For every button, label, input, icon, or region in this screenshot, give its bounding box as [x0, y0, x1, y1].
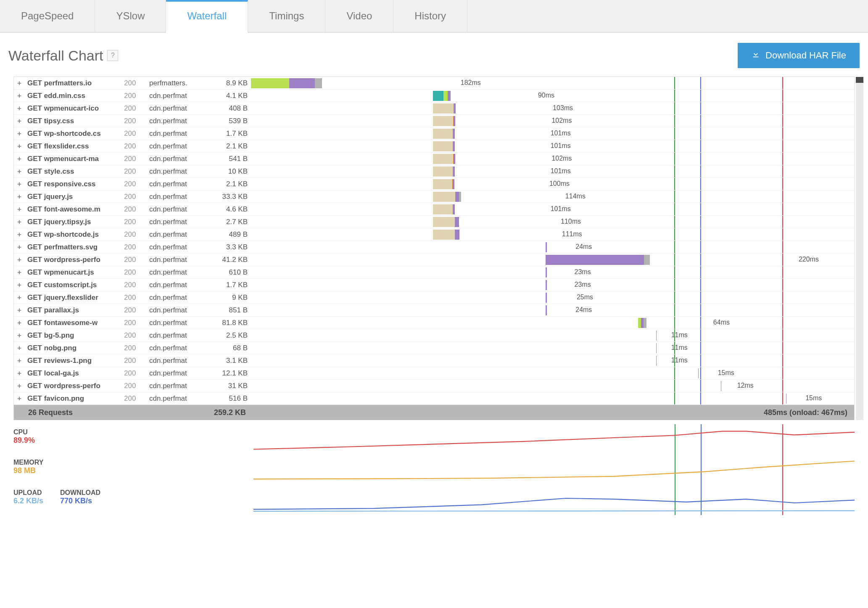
duration-label: 101ms	[551, 205, 571, 213]
request-bar: 101ms	[251, 165, 854, 177]
duration-label: 111ms	[562, 230, 582, 238]
request-status: 200	[121, 266, 146, 278]
request-status: 200	[121, 367, 146, 379]
request-host: cdn.perfmat	[146, 203, 209, 215]
request-status: 200	[121, 254, 146, 266]
expand-icon[interactable]: +	[14, 266, 24, 278]
duration-label: 101ms	[551, 167, 571, 175]
upload-value: 6.2 KB/s	[13, 497, 43, 505]
page-title-text: Waterfall Chart	[8, 48, 103, 64]
expand-icon[interactable]: +	[14, 203, 24, 215]
request-row[interactable]: + GET wpmenucart-ma 200 cdn.perfmat 541 …	[14, 153, 854, 165]
expand-icon[interactable]: +	[14, 304, 24, 316]
request-bar: 220ms	[251, 254, 854, 266]
request-size: 2.1 KB	[209, 140, 251, 152]
expand-icon[interactable]: +	[14, 153, 24, 165]
request-row[interactable]: + GET perfmatters.io 200 perfmatters. 8.…	[14, 77, 854, 90]
vertical-scrollbar[interactable]	[856, 77, 863, 420]
request-row[interactable]: + GET local-ga.js 200 cdn.perfmat 12.1 K…	[14, 367, 854, 380]
request-row[interactable]: + GET parallax.js 200 cdn.perfmat 851 B …	[14, 304, 854, 317]
request-row[interactable]: + GET edd.min.css 200 cdn.perfmat 4.1 KB…	[14, 90, 854, 102]
request-row[interactable]: + GET fontawesome-w 200 cdn.perfmat 81.8…	[14, 317, 854, 329]
tab-yslow[interactable]: YSlow	[95, 0, 166, 32]
request-name: GET wpmenucart-ico	[24, 102, 121, 114]
request-row[interactable]: + GET wp-shortcode.cs 200 cdn.perfmat 1.…	[14, 127, 854, 140]
summary-timing: 485ms (onload: 467ms)	[764, 408, 847, 417]
request-bar: 11ms	[251, 329, 854, 341]
request-row[interactable]: + GET tipsy.css 200 cdn.perfmat 539 B 10…	[14, 115, 854, 127]
request-name: GET local-ga.js	[24, 367, 121, 379]
request-row[interactable]: + GET flexslider.css 200 cdn.perfmat 2.1…	[14, 140, 854, 153]
tab-waterfall[interactable]: Waterfall	[166, 0, 248, 33]
request-name: GET nobg.png	[24, 342, 121, 354]
tab-history[interactable]: History	[393, 0, 467, 32]
tab-timings[interactable]: Timings	[248, 0, 325, 32]
request-row[interactable]: + GET wordpress-perfo 200 cdn.perfmat 31…	[14, 380, 854, 392]
expand-icon[interactable]: +	[14, 216, 24, 228]
expand-icon[interactable]: +	[14, 178, 24, 190]
request-row[interactable]: + GET customscript.js 200 cdn.perfmat 1.…	[14, 279, 854, 291]
request-row[interactable]: + GET wordpress-perfo 200 cdn.perfmat 41…	[14, 254, 854, 266]
request-row[interactable]: + GET perfmatters.svg 200 cdn.perfmat 3.…	[14, 241, 854, 254]
request-status: 200	[121, 241, 146, 253]
request-row[interactable]: + GET style.css 200 cdn.perfmat 10 KB 10…	[14, 165, 854, 178]
expand-icon[interactable]: +	[14, 354, 24, 367]
request-status: 200	[121, 317, 146, 329]
request-bar: 90ms	[251, 90, 854, 102]
expand-icon[interactable]: +	[14, 329, 24, 341]
request-row[interactable]: + GET responsive.css 200 cdn.perfmat 2.1…	[14, 178, 854, 190]
tab-video[interactable]: Video	[325, 0, 393, 32]
expand-icon[interactable]: +	[14, 342, 24, 354]
expand-icon[interactable]: +	[14, 279, 24, 291]
request-row[interactable]: + GET favicon.png 200 cdn.perfmat 516 B …	[14, 392, 854, 405]
request-row[interactable]: + GET wp-shortcode.js 200 cdn.perfmat 48…	[14, 228, 854, 241]
tab-pagespeed[interactable]: PageSpeed	[0, 0, 95, 32]
request-row[interactable]: + GET jquery.js 200 cdn.perfmat 33.3 KB …	[14, 190, 854, 203]
request-row[interactable]: + GET wpmenucart-ico 200 cdn.perfmat 408…	[14, 102, 854, 115]
memory-metric: MEMORY 98 MB	[13, 455, 855, 485]
expand-icon[interactable]: +	[14, 190, 24, 203]
duration-label: 220ms	[799, 256, 819, 263]
expand-icon[interactable]: +	[14, 241, 24, 253]
request-row[interactable]: + GET font-awesome.m 200 cdn.perfmat 4.6…	[14, 203, 854, 216]
expand-icon[interactable]: +	[14, 228, 24, 241]
expand-icon[interactable]: +	[14, 291, 24, 304]
expand-icon[interactable]: +	[14, 102, 24, 114]
request-host: cdn.perfmat	[146, 241, 209, 253]
summary-row: 26 Requests 259.2 KB 485ms (onload: 467m…	[14, 405, 854, 420]
expand-icon[interactable]: +	[14, 127, 24, 140]
expand-icon[interactable]: +	[14, 254, 24, 266]
expand-icon[interactable]: +	[14, 317, 24, 329]
request-size: 81.8 KB	[209, 317, 251, 329]
request-name: GET perfmatters.io	[24, 77, 121, 89]
request-row[interactable]: + GET jquery.tipsy.js 200 cdn.perfmat 2.…	[14, 216, 854, 228]
request-bar: 11ms	[251, 342, 854, 354]
request-row[interactable]: + GET bg-5.png 200 cdn.perfmat 2.5 KB 11…	[14, 329, 854, 342]
expand-icon[interactable]: +	[14, 165, 24, 177]
request-name: GET bg-5.png	[24, 329, 121, 341]
expand-icon[interactable]: +	[14, 77, 24, 89]
download-har-button[interactable]: Download HAR File	[738, 43, 860, 68]
duration-label: 102ms	[551, 117, 572, 124]
help-icon[interactable]: ?	[107, 50, 118, 61]
request-name: GET responsive.css	[24, 178, 121, 190]
expand-icon[interactable]: +	[14, 140, 24, 152]
expand-icon[interactable]: +	[14, 380, 24, 392]
expand-icon[interactable]: +	[14, 367, 24, 379]
request-bar: 15ms	[251, 392, 854, 404]
request-host: cdn.perfmat	[146, 329, 209, 341]
request-bar: 24ms	[251, 241, 854, 253]
request-status: 200	[121, 178, 146, 190]
request-status: 200	[121, 90, 146, 102]
expand-icon[interactable]: +	[14, 115, 24, 127]
request-row[interactable]: + GET wpmenucart.js 200 cdn.perfmat 610 …	[14, 266, 854, 279]
expand-icon[interactable]: +	[14, 90, 24, 102]
request-host: cdn.perfmat	[146, 279, 209, 291]
request-bar: 103ms	[251, 102, 854, 114]
duration-label: 110ms	[561, 218, 581, 225]
request-row[interactable]: + GET nobg.png 200 cdn.perfmat 68 B 11ms	[14, 342, 854, 354]
request-row[interactable]: + GET reviews-1.png 200 cdn.perfmat 3.1 …	[14, 354, 854, 367]
request-host: cdn.perfmat	[146, 127, 209, 140]
expand-icon[interactable]: +	[14, 392, 24, 404]
request-row[interactable]: + GET jquery.flexslider 200 cdn.perfmat …	[14, 291, 854, 304]
